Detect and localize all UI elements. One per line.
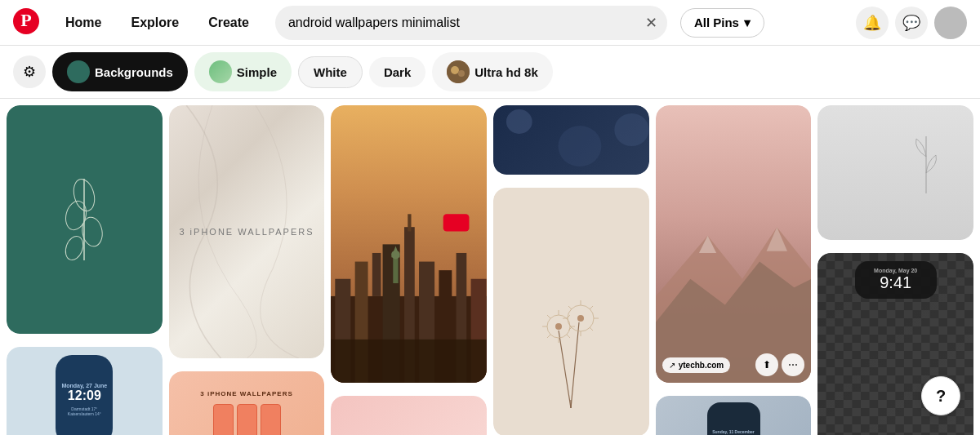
filter-settings-button[interactable]: ⚙ <box>13 55 46 88</box>
filter-dark-label: Dark <box>384 65 411 79</box>
filter-ultra-label: Ultra hd 8k <box>474 65 538 79</box>
main-header: P Home Explore Create ✕ All Pins ▾ 🔔 💬 <box>0 0 980 46</box>
filter-backgrounds[interactable]: Backgrounds <box>52 52 188 91</box>
help-button[interactable]: ? <box>921 376 960 415</box>
svg-line-38 <box>567 335 570 338</box>
pin-grid: Monday, 27 June 12:09 Darmstadt 17°Kaise… <box>0 99 980 435</box>
pin-phone-clock[interactable]: Monday, 27 June 12:09 Darmstadt 17°Kaise… <box>7 347 163 435</box>
header-icons: 🔔 💬 <box>856 7 967 39</box>
search-bar: ✕ <box>275 6 667 40</box>
svg-line-37 <box>547 315 550 318</box>
svg-rect-24 <box>443 214 470 231</box>
pin-dark-navy[interactable] <box>493 105 649 175</box>
all-pins-dropdown[interactable]: All Pins ▾ <box>680 8 764 38</box>
trust-god-text: 3 iPHONE WALLPAPERS <box>179 227 314 237</box>
iphone-collection-text: 3 iPHONE WALLPAPERS <box>200 390 293 397</box>
pin-dandelion[interactable] <box>493 188 649 435</box>
share-button[interactable]: ⬆ <box>755 353 778 376</box>
filter-white[interactable]: White <box>298 56 363 88</box>
filter-ultra-thumb <box>447 60 470 83</box>
source-label: ytechb.com <box>679 361 724 370</box>
user-avatar[interactable] <box>934 7 967 39</box>
more-options-button[interactable]: ⋯ <box>782 353 804 376</box>
svg-point-42 <box>577 315 584 322</box>
svg-point-4 <box>458 70 465 77</box>
pin-pink-gradient[interactable] <box>331 396 487 435</box>
filter-dark[interactable]: Dark <box>369 57 425 87</box>
main-nav: Home Explore Create <box>52 9 262 37</box>
svg-rect-23 <box>331 340 487 383</box>
svg-line-39 <box>547 335 550 338</box>
svg-line-28 <box>559 331 571 408</box>
pin-minimal-gray[interactable] <box>817 105 973 240</box>
svg-text:P: P <box>20 10 31 30</box>
pin-column-1: 3 iPHONE WALLPAPERS 3 iPHONE WALLPAPERS … <box>169 105 325 435</box>
filter-white-label: White <box>314 65 347 79</box>
svg-line-36 <box>567 315 570 318</box>
svg-point-32 <box>555 323 562 330</box>
all-pins-label: All Pins <box>694 16 739 29</box>
message-icon: 💬 <box>902 14 920 32</box>
notifications-button[interactable]: 🔔 <box>856 7 889 39</box>
pin-column-0: Monday, 27 June 12:09 Darmstadt 17°Kaise… <box>7 105 163 435</box>
svg-point-25 <box>506 109 532 134</box>
svg-line-29 <box>571 322 579 408</box>
filter-backgrounds-thumb <box>67 60 90 83</box>
filter-backgrounds-label: Backgrounds <box>95 65 173 79</box>
svg-line-48 <box>590 327 593 331</box>
pin-city-sunset[interactable] <box>331 105 487 383</box>
pin-column-4: ↗ ytechb.com ⬆ ⋯ Sunday, 11 December 00:… <box>656 105 812 435</box>
messages-button[interactable]: 💬 <box>895 7 928 39</box>
svg-point-7 <box>63 199 89 233</box>
pin-botanical[interactable] <box>7 105 163 334</box>
external-link-icon: ↗ <box>669 361 675 370</box>
filter-ultra-hd[interactable]: Ultra hd 8k <box>432 52 553 91</box>
pin-column-3 <box>493 105 649 435</box>
svg-point-26 <box>558 126 601 166</box>
svg-point-3 <box>451 66 459 74</box>
search-input[interactable] <box>275 6 667 40</box>
svg-line-46 <box>590 306 593 309</box>
pin-phone-lock-december[interactable]: Sunday, 11 December 00:00 <box>656 396 812 435</box>
svg-line-47 <box>568 306 572 309</box>
filter-bar: ⚙ Backgrounds Simple White Dark Ultra hd… <box>0 46 980 99</box>
svg-rect-21 <box>394 257 399 283</box>
nav-home[interactable]: Home <box>52 9 114 37</box>
chevron-down-icon: ▾ <box>744 16 751 30</box>
svg-point-9 <box>63 233 87 262</box>
pinterest-logo[interactable]: P <box>13 8 39 38</box>
filter-simple[interactable]: Simple <box>194 52 292 91</box>
pin-trust-god[interactable]: 3 iPHONE WALLPAPERS <box>169 105 325 358</box>
svg-point-27 <box>614 113 648 146</box>
svg-rect-16 <box>408 214 412 231</box>
nav-explore[interactable]: Explore <box>118 9 192 37</box>
pin-column-2 <box>331 105 487 435</box>
pin-iphone-collection[interactable]: 3 iPHONE WALLPAPERS 11:11 11:11 11:11 <box>169 371 325 435</box>
nav-create[interactable]: Create <box>195 9 262 37</box>
svg-rect-13 <box>372 253 381 296</box>
bell-icon: 🔔 <box>863 14 881 32</box>
search-clear-button[interactable]: ✕ <box>645 14 657 32</box>
filter-simple-label: Simple <box>237 65 277 79</box>
filter-icon: ⚙ <box>23 63 36 81</box>
filter-simple-thumb <box>209 60 232 83</box>
pin-mountain-pink[interactable]: ↗ ytechb.com ⬆ ⋯ <box>656 105 812 383</box>
